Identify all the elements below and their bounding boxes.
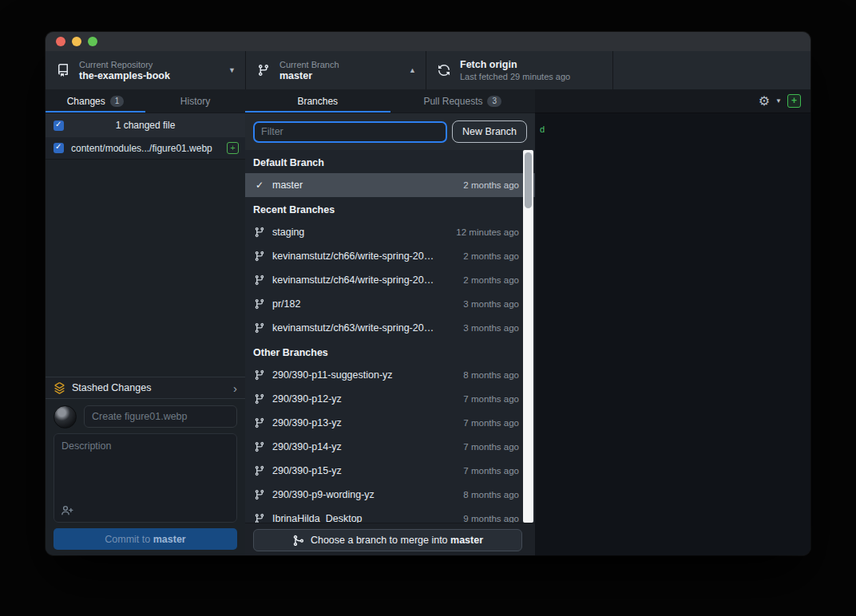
diff-text-fragment: d [540,124,545,134]
branch-name: master [272,180,455,191]
changed-files-summary-label: 1 changed file [46,120,245,131]
fetch-origin-label: Fetch origin [460,59,612,71]
git-branch-icon [253,441,266,452]
changed-file-path: content/modules.../figure01.webp [71,143,224,154]
chevron-down-icon: ▼ [228,66,236,74]
branches-tabbar: Branches Pull Requests 3 [245,89,535,113]
commit-button[interactable]: Commit to master [54,528,237,550]
branch-name: 290/390-p9-wording-yz [272,489,455,500]
github-desktop-window: Current Repository the-examples-book ▼ C… [46,32,810,555]
commit-summary-input[interactable] [84,405,237,428]
git-branch-icon [253,251,266,262]
avatar [54,405,77,428]
branch-item[interactable]: pr/1823 months ago [245,292,535,316]
current-repository-button[interactable]: Current Repository the-examples-book ▼ [46,51,245,89]
include-all-checkbox[interactable] [54,120,64,131]
changes-sidebar: Changes 1 History 1 changed file content… [46,89,245,555]
branch-last-updated: 9 months ago [463,514,519,523]
tab-branches[interactable]: Branches [245,89,390,113]
branch-section-header: Other Branches [245,340,535,363]
git-branch-icon [253,417,266,428]
scrollbar-thumb[interactable] [525,152,532,208]
branch-list-scrollbar[interactable] [523,150,533,523]
branch-filter-input[interactable] [253,121,447,143]
git-branch-icon [253,465,266,476]
fetch-origin-sublabel: Last fetched 29 minutes ago [460,71,612,82]
branch-name: IbrinaHilda_Desktop [272,513,455,523]
branch-name: 290/390-p14-yz [272,441,455,452]
branch-last-updated: 7 months ago [463,394,519,404]
branch-filter-strip: New Branch [245,113,535,150]
gear-icon[interactable]: ⚙ [759,95,770,108]
commit-button-branch: master [153,534,186,545]
merge-button-text: Choose a branch to merge into [311,535,450,546]
close-window-button[interactable] [56,37,65,46]
commit-description-box [54,433,237,523]
check-icon: ✓ [253,180,266,191]
branch-item[interactable]: 290/390-p13-yz7 months ago [245,411,535,435]
branch-item[interactable]: 290/390-p15-yz7 months ago [245,459,535,483]
git-branch-icon [253,369,266,381]
branch-item[interactable]: staging12 minutes ago [245,220,535,244]
branch-item[interactable]: 290/390-p11-suggestion-yz8 months ago [245,363,535,387]
branch-last-updated: 2 months ago [463,275,519,285]
branch-last-updated: 12 minutes ago [456,227,519,237]
git-branch-icon [253,489,266,500]
branch-name: 290/390-p13-yz [272,417,455,428]
tab-history-label: History [180,96,210,107]
sync-icon [438,64,450,77]
stashed-changes-row[interactable]: Stashed Changes › [46,377,245,399]
branch-item[interactable]: 290/390-p12-yz7 months ago [245,387,535,411]
branch-section-header: Recent Branches [245,197,535,220]
branch-last-updated: 7 months ago [463,418,519,428]
include-file-checkbox[interactable] [54,143,64,153]
commit-summary-row [54,403,237,430]
git-branch-icon [253,227,266,238]
branch-last-updated: 2 months ago [463,180,519,190]
stashed-changes-label: Stashed Changes [72,382,233,393]
stack-icon [54,382,65,394]
branch-item[interactable]: kevinamstutz/ch63/write-spring-20…3 mont… [245,316,535,340]
fetch-origin-button[interactable]: Fetch origin Last fetched 29 minutes ago [426,51,612,89]
titlebar [46,32,810,51]
new-branch-button[interactable]: New Branch [452,120,527,143]
git-branch-icon [253,513,266,523]
chevron-down-icon[interactable]: ▼ [775,97,782,105]
git-branch-icon [253,322,266,334]
file-added-icon: + [227,142,239,154]
tab-history[interactable]: History [145,89,245,113]
branch-item[interactable]: ✓master2 months ago [245,173,535,197]
branch-item[interactable]: 290/390-p14-yz7 months ago [245,435,535,459]
changed-file-row[interactable]: content/modules.../figure01.webp + [46,137,245,160]
sidebar-tabbar: Changes 1 History [46,89,245,113]
branch-item[interactable]: kevinamstutz/ch64/write-spring-20…2 mont… [245,268,535,292]
add-coauthor-icon[interactable] [61,504,73,517]
branch-item[interactable]: IbrinaHilda_Desktop9 months ago [245,507,535,523]
branch-last-updated: 8 months ago [463,370,519,380]
current-branch-button[interactable]: Current Branch master ▲ [246,51,426,89]
diff-panel: ⚙ ▼ + d [535,89,810,555]
zoom-window-button[interactable] [88,37,97,46]
diff-added-icon[interactable]: + [787,94,801,108]
tab-pull-requests-label: Pull Requests [423,96,482,107]
merge-bar: Choose a branch to merge into master [245,523,535,555]
current-branch-label: Current Branch [279,59,399,70]
minimize-window-button[interactable] [72,37,81,46]
chevron-right-icon: › [233,381,237,395]
branch-item[interactable]: kevinamstutz/ch66/write-spring-20…2 mont… [245,244,535,268]
branch-item[interactable]: 290/390-p9-wording-yz8 months ago [245,483,535,507]
tab-pull-requests[interactable]: Pull Requests 3 [390,89,536,113]
current-branch-value: master [279,70,399,82]
tab-changes[interactable]: Changes 1 [46,89,145,113]
branch-last-updated: 2 months ago [463,251,519,261]
commit-description-input[interactable] [54,434,236,498]
choose-branch-to-merge-button[interactable]: Choose a branch to merge into master [253,529,522,551]
git-branch-icon [253,298,266,310]
branch-name: kevinamstutz/ch66/write-spring-20… [272,251,455,262]
branch-name: kevinamstutz/ch64/write-spring-20… [272,274,455,286]
branch-last-updated: 7 months ago [463,466,519,476]
chevron-up-icon: ▲ [409,66,416,74]
pull-requests-count-badge: 3 [487,96,501,107]
git-branch-icon [253,393,266,405]
git-branch-icon [253,274,266,286]
